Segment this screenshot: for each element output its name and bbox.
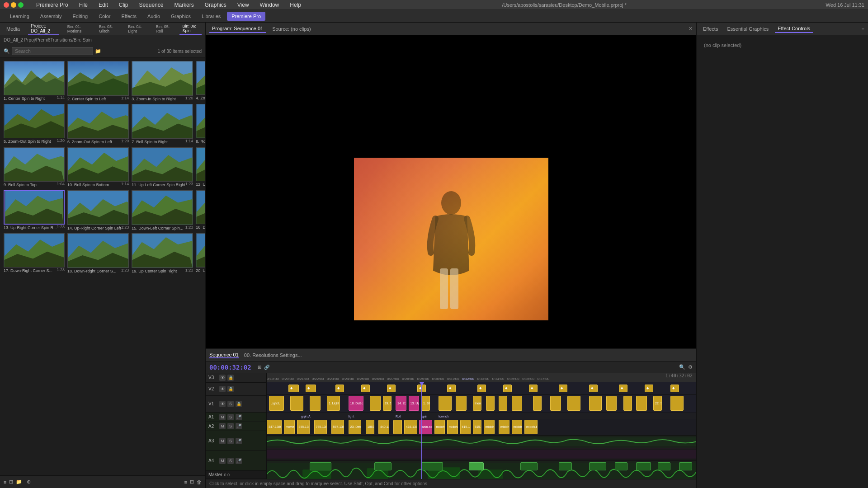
v2-lock-btn[interactable]: 🔒	[227, 386, 234, 392]
v1-clip-14[interactable]: 615-1380...	[460, 420, 471, 434]
v3-clip-13[interactable]: ◆	[619, 385, 627, 392]
v3-clip-8[interactable]: ◆	[477, 385, 486, 392]
v3-clip-3[interactable]: ◆	[335, 385, 344, 392]
v1-clip-9[interactable]	[393, 420, 402, 434]
v2-clip-2[interactable]	[290, 396, 303, 411]
tab-libraries[interactable]: Libraries	[197, 12, 225, 21]
program-monitor-tab[interactable]: Program: Sequence 01	[209, 25, 266, 33]
essential-graphics-tab[interactable]: Essential Graphics	[724, 25, 771, 33]
v2-clip-13[interactable]: Inem...	[473, 396, 481, 411]
v1-clip-17[interactable]: midoh-w...	[499, 420, 509, 434]
thumb-item-11[interactable]: 11. Up-Left Corner Spin Right 1:23	[132, 147, 193, 188]
v2-clip-5[interactable]: 18. DeBore Light Lock	[349, 396, 363, 411]
source-monitor-tab[interactable]: Source: (no clips)	[269, 25, 314, 33]
v3-clip-10[interactable]: ◆	[529, 385, 538, 392]
settings-tab[interactable]: 00. Resolutions Settings...	[244, 352, 302, 358]
minimize-button[interactable]	[11, 2, 16, 8]
thumb-item-18[interactable]: 18. Down-Right Corner S... 1:23	[67, 233, 129, 273]
v1-clip-4[interactable]: 765-1380...	[314, 420, 327, 434]
v2-clip-10[interactable]: 1. Sho	[421, 396, 430, 411]
v1-clip-15[interactable]: 515-1380...	[473, 420, 481, 434]
thumb-item-4[interactable]: 4. Zoom-In Spin to Left 1:20	[196, 61, 205, 101]
v2-clip-15[interactable]	[499, 396, 507, 411]
thumb-item-19[interactable]: 19. Up Center Spin Right 1:23	[132, 233, 193, 273]
v3-clip-9[interactable]: ◆	[503, 385, 512, 392]
timeline-tracks-area[interactable]: 0:19:00 0:20:00 0:21:00 0:22:00 0:23:00 …	[267, 373, 696, 479]
v2-clip-23[interactable]	[636, 396, 647, 411]
a3-clip-marker[interactable]	[310, 462, 331, 470]
v2-clip-24[interactable]: 22. Si...	[653, 396, 662, 411]
maximize-button[interactable]	[18, 2, 24, 8]
tab-effects[interactable]: Effects	[117, 12, 141, 21]
v3-clip-11[interactable]: ◆	[559, 385, 567, 392]
thumb-item-17[interactable]: 17. Down-Right Corner S... 1:23	[4, 233, 65, 273]
v2-clip-17[interactable]	[533, 396, 542, 411]
search-input[interactable]	[12, 47, 93, 55]
v1-clip-5[interactable]: 597-1380...	[331, 420, 344, 434]
icon-view-icon[interactable]: ⊞	[9, 479, 13, 485]
panel-tab-media[interactable]: Media	[4, 25, 23, 33]
v1-clip-6[interactable]: 23. Deform...	[349, 420, 362, 434]
panel-tab-project[interactable]: Project: DO_All_2	[28, 23, 59, 35]
thumb-item-12[interactable]: 12. Up-Left Corner Spin Left 1:23	[196, 147, 205, 188]
close-button[interactable]	[4, 2, 9, 8]
a1-mute-btn[interactable]: M	[219, 414, 226, 420]
v3-clip-7[interactable]: ◆	[447, 385, 456, 392]
playhead[interactable]	[421, 382, 422, 479]
thumb-item-16[interactable]: 16. Down-Left Corner Spin ... 1:23	[196, 190, 205, 230]
sequence-tab[interactable]: Sequence 01	[209, 352, 239, 358]
v2-clip-16[interactable]	[512, 396, 523, 411]
tab-premierepro[interactable]: Premiere Pro	[227, 12, 265, 21]
v2-clip-18[interactable]	[550, 396, 561, 411]
v1-clip-10[interactable]: 416-1380...	[404, 420, 417, 434]
v1-clip-3[interactable]: 855-1380...	[297, 420, 310, 434]
a3-clip-marker10[interactable]	[658, 462, 671, 470]
v1-sync-btn[interactable]: S	[227, 401, 234, 407]
v3-clip-15[interactable]: ◆	[670, 385, 679, 392]
a3-clip-marker9[interactable]	[636, 462, 651, 470]
zoom-in-icon[interactable]: 🔍	[679, 364, 685, 370]
thumb-item-15[interactable]: 15. Down-Left Corner Spin... 1:23	[132, 190, 193, 230]
a2-solo-btn[interactable]: S	[227, 423, 234, 429]
a1-solo-btn[interactable]: S	[227, 414, 234, 420]
timeline-timecode[interactable]: 00:00:32:02	[209, 364, 251, 371]
close-monitor-icon[interactable]: ✕	[689, 26, 693, 32]
a3-clip-marker4[interactable]	[469, 462, 484, 470]
v2-clip-12[interactable]	[456, 396, 467, 411]
v2-clip-8[interactable]: 14. Zoom	[396, 396, 406, 411]
timeline-settings-icon[interactable]: ⚙	[688, 364, 693, 370]
a4-solo-btn[interactable]: S	[227, 458, 234, 464]
v1-clip-2[interactable]: movie-m...	[284, 420, 295, 434]
menu-edit[interactable]: Edit	[97, 1, 110, 9]
more-options-icon[interactable]: ≡	[184, 479, 187, 485]
a4-mute-btn[interactable]: M	[219, 458, 226, 464]
thumb-item-13[interactable]: 13. Up-Right Corner Spin R... 1:23	[4, 190, 65, 230]
v2-eye-btn[interactable]: 👁	[219, 386, 226, 392]
thumb-item-3[interactable]: 3. Zoom-In Spin to Right 1:20	[132, 61, 193, 101]
new-bin-icon[interactable]: 📁	[16, 479, 22, 485]
v2-clip-4[interactable]: 1. Light Li...	[327, 396, 340, 411]
tab-audio[interactable]: Audio	[143, 12, 165, 21]
v2-clip-14[interactable]	[486, 396, 495, 411]
v1-clip-8[interactable]: 440-1380...	[378, 420, 389, 434]
tab-graphics[interactable]: Graphics	[166, 12, 195, 21]
menu-premiere-pro[interactable]: Premiere Pro	[34, 1, 70, 9]
v3-eye-btn[interactable]: 👁	[219, 375, 226, 381]
v2-clip-3[interactable]	[310, 396, 321, 411]
v1-lock-btn[interactable]: 🔒	[236, 401, 242, 407]
a3-solo-btn[interactable]: S	[227, 438, 234, 444]
v2-clip-19[interactable]	[567, 396, 580, 411]
delete-icon[interactable]: 🗑	[197, 479, 202, 485]
panel-tab-bin06[interactable]: Bin: 06: Spin	[179, 23, 202, 35]
a3-clip-marker2[interactable]	[374, 462, 392, 470]
menu-view[interactable]: View	[236, 1, 251, 9]
link-toggle[interactable]: 🔗	[264, 365, 269, 370]
v1-clip-7[interactable]: 1063-080	[366, 420, 374, 434]
a3-mic-btn[interactable]: 🎤	[236, 438, 242, 444]
list-view-icon[interactable]: ≡	[4, 479, 6, 485]
v1-clip-16[interactable]: midoh-bord...	[484, 420, 495, 434]
v2-clip-1[interactable]: Light L	[269, 396, 284, 411]
tab-color[interactable]: Color	[94, 12, 115, 21]
thumb-item-8[interactable]: 8. Roll Spin to Left 1:14	[196, 104, 205, 144]
tab-editing[interactable]: Editing	[68, 12, 93, 21]
